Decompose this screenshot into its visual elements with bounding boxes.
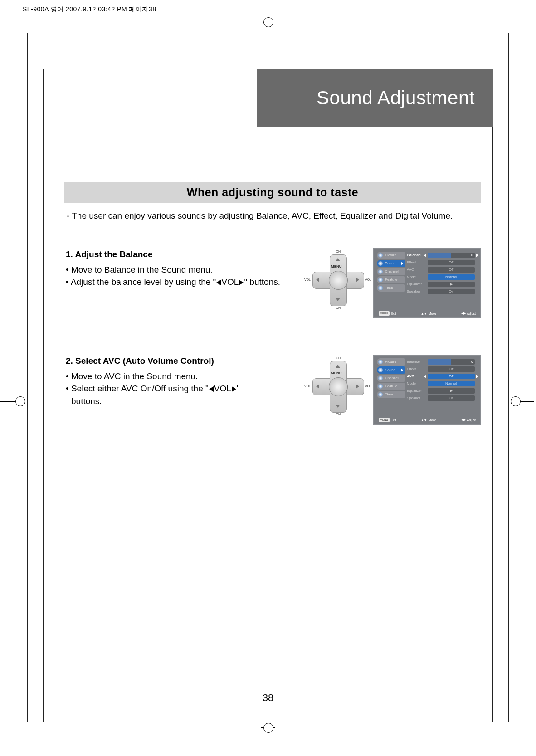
remote-dpad: MENU CH CH VOL VOL bbox=[311, 253, 365, 307]
osd-tab-feature: Feature bbox=[377, 276, 405, 283]
osd-row-equalizer: Equalizer▶ bbox=[407, 281, 475, 288]
page-outer-frame: Sound Adjustment When adjusting sound to… bbox=[27, 33, 509, 722]
osd-tab-sound: Sound bbox=[377, 260, 405, 267]
osd-row-mode: ModeNormal bbox=[407, 380, 475, 387]
osd-screenshot-2: Picture Sound Channel Feature Time Balan… bbox=[373, 355, 481, 425]
step-1: 1. Adjust the Balance • Move to Balance … bbox=[64, 248, 481, 318]
step-2-bullet-3: buttons. bbox=[66, 395, 302, 408]
osd-tab-channel: Channel bbox=[377, 268, 405, 275]
step-2-heading: 2. Select AVC (Auto Volume Control) bbox=[66, 355, 302, 367]
intro-text: - The user can enjoy various sounds by a… bbox=[64, 211, 481, 221]
step-1-bullet-2: • Adjust the balance level by using the … bbox=[66, 276, 302, 288]
step-1-heading: 1. Adjust the Balance bbox=[66, 248, 302, 261]
step-2-bullet-1: • Move to AVC in the Sound menu. bbox=[66, 370, 302, 383]
osd-tab-picture: Picture bbox=[377, 252, 405, 259]
triangle-left-icon bbox=[209, 386, 214, 392]
osd-row-balance: Balance0 bbox=[407, 358, 475, 365]
page-title: Sound Adjustment bbox=[257, 69, 493, 127]
triangle-right-icon bbox=[239, 280, 244, 285]
page-number: 38 bbox=[28, 692, 508, 704]
step-1-bullet-1: • Move to Balance in the Sound menu. bbox=[66, 263, 302, 276]
triangle-right-icon bbox=[232, 386, 236, 392]
step-2-bullet-2: • Select either AVC On/Off using the "VO… bbox=[66, 382, 302, 395]
menu-button-icon bbox=[329, 377, 348, 396]
step-2: 2. Select AVC (Auto Volume Control) • Mo… bbox=[64, 355, 481, 425]
menu-button-icon bbox=[329, 271, 348, 290]
osd-row-effect: EffectOff bbox=[407, 366, 475, 372]
osd-row-avc: AVCOff bbox=[407, 266, 475, 273]
remote-dpad: MENU CH CH VOL VOL bbox=[311, 359, 365, 414]
osd-tab-time: Time bbox=[377, 284, 405, 292]
osd-row-balance: Balance0 bbox=[407, 252, 475, 259]
osd-row-speaker: SpeakerOn bbox=[407, 288, 475, 295]
osd-row-speaker: SpeakerOn bbox=[407, 395, 475, 401]
triangle-left-icon bbox=[216, 280, 221, 285]
osd-screenshot-1: Picture Sound Channel Feature Time Balan… bbox=[373, 248, 481, 318]
osd-tab-feature: Feature bbox=[377, 383, 405, 390]
osd-tab-picture: Picture bbox=[377, 358, 405, 366]
osd-row-effect: EffectOff bbox=[407, 259, 475, 266]
crop-mark-left bbox=[0, 394, 23, 395]
crop-mark-bottom bbox=[0, 717, 536, 749]
section-header: When adjusting sound to taste bbox=[64, 182, 481, 203]
osd-row-avc: AVCOff bbox=[407, 373, 475, 380]
osd-row-mode: ModeNormal bbox=[407, 273, 475, 280]
osd-tab-channel: Channel bbox=[377, 375, 405, 382]
crop-mark-top bbox=[0, 5, 536, 28]
osd-tab-sound: Sound bbox=[377, 366, 405, 374]
osd-tab-time: Time bbox=[377, 391, 405, 398]
osd-row-equalizer: Equalizer▶ bbox=[407, 387, 475, 394]
crop-mark-right bbox=[513, 394, 536, 395]
